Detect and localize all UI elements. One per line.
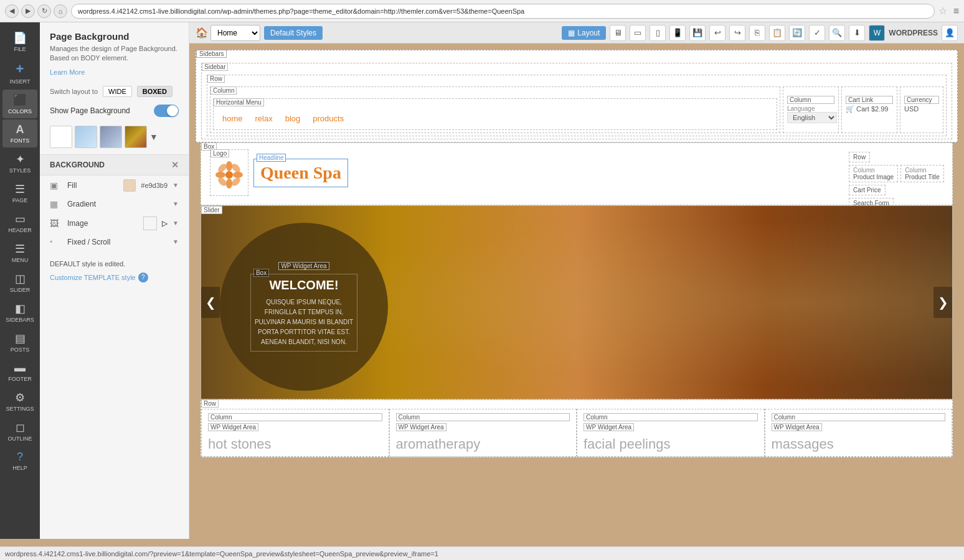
copy-button[interactable]: ⎘ (749, 25, 765, 41)
bookmark-star[interactable]: ☆ (938, 5, 947, 17)
settings-icon: ⚙ (15, 391, 25, 404)
welcome-inner-box: Box WELCOME! QUISQUE IPSUM NEQUE, FRINGI… (250, 274, 357, 352)
service-col-2: Column WP Widget Area aromatherapy (389, 409, 577, 457)
save-button[interactable]: 💾 (689, 25, 706, 41)
url-bar[interactable] (71, 4, 935, 19)
sidebar-menu-label: MENU (12, 257, 29, 263)
bottom-row: Row Column WP Widget Area hot stones Col… (201, 399, 953, 457)
sidebar-item-insert[interactable]: + INSERT (2, 57, 37, 88)
product-title-label: Product Title (905, 174, 940, 180)
sidebar-item-header[interactable]: ▭ HEADER (2, 208, 37, 237)
download-button[interactable]: ⬇ (849, 25, 865, 41)
undo-button[interactable]: ↩ (709, 25, 725, 41)
boxed-button[interactable]: BOXED (137, 86, 172, 97)
forward-button[interactable]: ▶ (21, 4, 35, 18)
layout-button[interactable]: ▦ Layout (562, 26, 606, 40)
swatch-arrow[interactable]: ▼ (149, 132, 158, 142)
svg-point-4 (233, 172, 243, 178)
refresh-preview-button[interactable]: 🔄 (789, 25, 805, 41)
main-layout: 📄 FILE + INSERT ⬛ COLORS A FONTS ✦ STYLE… (0, 22, 964, 539)
sidebar-posts-label: POSTS (11, 347, 30, 353)
mobile-button[interactable]: 📱 (669, 25, 686, 41)
service-col-4: Column WP Widget Area massages (765, 409, 953, 457)
wide-button[interactable]: WIDE (103, 86, 132, 97)
swatch-blue2[interactable] (100, 126, 122, 148)
home-icon: 🏠 (196, 27, 208, 39)
sidebar-slider-label: SLIDER (10, 287, 31, 293)
back-button[interactable]: ◀ (5, 4, 19, 18)
nav-link-relax[interactable]: relax (255, 114, 273, 123)
service-col-4-tag: Column (772, 413, 946, 421)
nav-links: home relax blog products (214, 108, 777, 129)
logo-headline-box: Box Logo (201, 142, 953, 205)
product-image-label: Product Image (853, 174, 894, 180)
section-close-icon[interactable]: ✕ (171, 160, 179, 170)
nav-link-blog[interactable]: blog (285, 114, 301, 123)
check-button[interactable]: ✓ (809, 25, 825, 41)
welcome-title: WELCOME! (255, 278, 353, 292)
browser-menu[interactable]: ≡ (953, 6, 959, 17)
sidebar-item-page[interactable]: ☰ PAGE (2, 179, 37, 207)
colors-icon: ⬛ (13, 93, 27, 107)
sidebar-colors-label: COLORS (8, 108, 32, 114)
fill-dropdown-arrow[interactable]: ▼ (172, 182, 179, 189)
sidebar-item-slider[interactable]: ◫ SLIDER (2, 268, 37, 297)
home-button[interactable]: ⌂ (54, 4, 67, 18)
sidebars-region: Sidebars Sidebar Row Column (196, 50, 958, 142)
nav-link-home[interactable]: home (222, 114, 243, 123)
layout-label: Layout (577, 29, 600, 37)
swatch-white[interactable] (50, 126, 72, 148)
sidebar-item-fonts[interactable]: A FONTS (2, 119, 37, 147)
tablet-landscape-button[interactable]: ▭ (630, 25, 646, 41)
row-tag2: Row (849, 152, 870, 162)
paste-button[interactable]: 📋 (769, 25, 785, 41)
learn-more-link[interactable]: Learn More (40, 68, 189, 82)
sidebar-item-posts[interactable]: ▤ POSTS (2, 328, 37, 357)
sidebar-item-menu[interactable]: ☰ MENU (2, 238, 37, 267)
account-button[interactable]: 👤 (942, 25, 958, 41)
fill-icon: ▣ (50, 180, 62, 190)
service-1-text: hot stones (208, 431, 382, 452)
show-bg-label: Show Page Background (50, 106, 149, 115)
refresh-button[interactable]: ↻ (37, 4, 51, 18)
page-selector[interactable]: Home (210, 25, 260, 41)
sidebar-item-colors[interactable]: ⬛ COLORS (2, 90, 37, 118)
image-preview[interactable] (143, 217, 157, 230)
sidebars-icon: ◧ (15, 302, 26, 315)
tablet-portrait-button[interactable]: ▯ (650, 25, 666, 41)
customize-template-link[interactable]: Customize TEMPLATE style ? (40, 273, 189, 285)
gradient-dropdown-arrow[interactable]: ▼ (172, 200, 179, 207)
column-tag: Column (210, 86, 237, 95)
sidebar-item-help[interactable]: ? HELP (2, 447, 37, 475)
default-styles-button[interactable]: Default Styles (264, 26, 323, 40)
slider-prev-button[interactable]: ❮ (201, 287, 220, 318)
language-select[interactable]: English (787, 112, 837, 123)
welcome-circle: WP Widget Area Box WELCOME! QUISQUE IPSU… (220, 223, 388, 391)
service-widget-4: WP Widget Area (772, 423, 822, 431)
sidebar-item-file[interactable]: 📄 FILE (2, 27, 37, 56)
sidebar-item-footer[interactable]: ▬ FOOTER (2, 358, 37, 386)
nav-link-products[interactable]: products (313, 114, 344, 123)
layout-icon: ▦ (568, 29, 575, 37)
redo-button[interactable]: ↪ (729, 25, 745, 41)
slider-next-button[interactable]: ❯ (933, 287, 952, 318)
box-inner-tag: Box (253, 269, 269, 277)
sidebar-item-sidebars[interactable]: ◧ SIDEBARS (2, 298, 37, 327)
swatch-blue[interactable] (75, 126, 97, 148)
sidebar-item-outline[interactable]: ◻ OUTLINE (2, 417, 37, 446)
show-bg-toggle[interactable] (154, 105, 179, 117)
sidebar-item-styles[interactable]: ✦ STYLES (2, 149, 37, 177)
fixed-scroll-dropdown[interactable]: ▼ (172, 238, 179, 245)
fill-color-swatch[interactable] (123, 179, 136, 192)
gradient-label: Gradient (67, 200, 168, 208)
cart-column: Cart Link 🛒 Cart $2.99 (841, 86, 897, 133)
zoom-button[interactable]: 🔍 (829, 25, 845, 41)
sidebar-item-settings[interactable]: ⚙ SETTINGS (2, 387, 37, 416)
default-edited-text: DEFAULT style is edited. (40, 255, 189, 273)
wordpress-wp-button[interactable]: W (869, 25, 885, 41)
image-dropdown-arrow[interactable]: ▼ (172, 220, 179, 226)
cart-price-row: Cart Price (849, 185, 947, 195)
switch-layout-row: Switch layout to WIDE BOXED (40, 82, 189, 101)
swatch-texture[interactable] (125, 126, 147, 148)
desktop-view-button[interactable]: 🖥 (610, 25, 626, 41)
